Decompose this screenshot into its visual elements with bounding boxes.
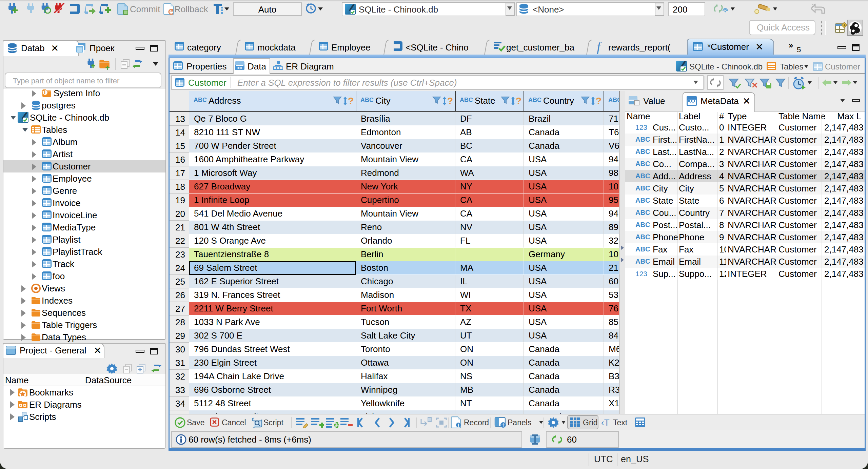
svg-text:i: i bbox=[458, 423, 459, 428]
svg-text:<>: <> bbox=[237, 65, 242, 70]
